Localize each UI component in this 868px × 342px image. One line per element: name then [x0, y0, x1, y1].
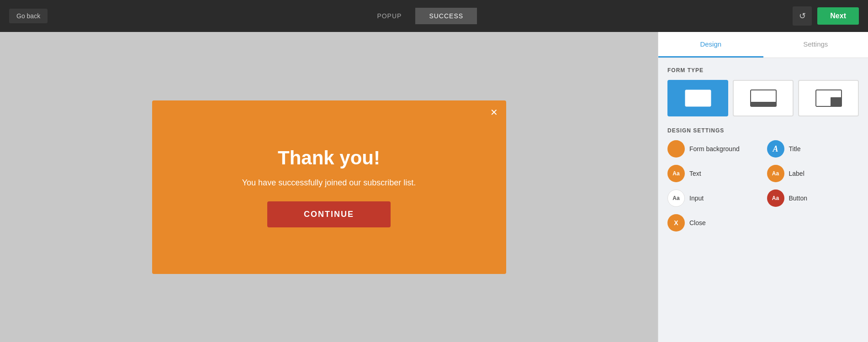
design-setting-input[interactable]: Aa Input	[667, 189, 760, 207]
design-settings-label: DESIGN SETTINGS	[667, 127, 859, 134]
sidebar-content: FORM TYPE	[658, 58, 868, 241]
label-label: Label	[789, 170, 804, 177]
header-right: ↺ Next	[793, 6, 859, 26]
tab-success[interactable]: SUCCESS	[415, 8, 477, 24]
popup: ✕ Thank you! You have successfully joine…	[152, 100, 506, 274]
bar-form-icon	[750, 89, 777, 107]
form-type-slide[interactable]	[798, 80, 859, 116]
button-label: Button	[789, 195, 807, 202]
close-icon: X	[667, 214, 685, 232]
title-icon: A	[767, 140, 784, 158]
button-icon: Aa	[767, 189, 784, 207]
tab-design[interactable]: Design	[658, 32, 763, 58]
form-type-label: FORM TYPE	[667, 67, 859, 74]
label-icon: Aa	[767, 165, 784, 182]
text-icon: Aa	[667, 165, 685, 182]
title-label: Title	[789, 145, 801, 153]
design-setting-button[interactable]: Aa Button	[767, 189, 859, 207]
header-tabs: POPUP SUCCESS	[363, 8, 477, 24]
canvas: ✕ Thank you! You have successfully joine…	[0, 32, 658, 342]
next-button[interactable]: Next	[817, 7, 859, 25]
design-setting-form-bg[interactable]: Form background	[667, 140, 760, 158]
form-type-grid	[667, 80, 859, 116]
svg-rect-2	[691, 95, 705, 102]
design-settings-grid: Form background A Title Aa Text Aa Label	[667, 140, 859, 232]
svg-rect-6	[831, 97, 842, 106]
go-back-button[interactable]: Go back	[9, 9, 48, 23]
slide-form-icon	[815, 89, 842, 107]
form-type-popup[interactable]	[667, 80, 728, 116]
header: Go back POPUP SUCCESS ↺ Next	[0, 0, 868, 32]
form-bg-label: Form background	[689, 145, 740, 153]
close-label: Close	[689, 219, 706, 226]
undo-button[interactable]: ↺	[793, 6, 812, 26]
popup-title: Thank you!	[278, 147, 380, 169]
text-label: Text	[689, 170, 701, 177]
tab-popup[interactable]: POPUP	[363, 8, 415, 24]
form-bg-icon	[667, 140, 685, 158]
sidebar-tabs: Design Settings	[658, 32, 868, 58]
design-setting-text[interactable]: Aa Text	[667, 165, 760, 182]
svg-rect-4	[751, 102, 776, 106]
tab-settings[interactable]: Settings	[763, 32, 868, 58]
input-label: Input	[689, 195, 704, 202]
sidebar: Design Settings FORM TYPE	[658, 32, 868, 342]
form-type-bar[interactable]	[733, 80, 794, 116]
continue-button[interactable]: CONTINUE	[267, 201, 391, 227]
main: ✕ Thank you! You have successfully joine…	[0, 32, 868, 342]
input-icon: Aa	[667, 189, 685, 207]
design-setting-label-item[interactable]: Aa Label	[767, 165, 859, 182]
design-setting-close[interactable]: X Close	[667, 214, 760, 232]
design-setting-title[interactable]: A Title	[767, 140, 859, 158]
popup-close-button[interactable]: ✕	[490, 108, 498, 117]
popup-subtitle: You have successfully joined our subscri…	[242, 178, 416, 188]
popup-form-icon	[684, 89, 712, 107]
